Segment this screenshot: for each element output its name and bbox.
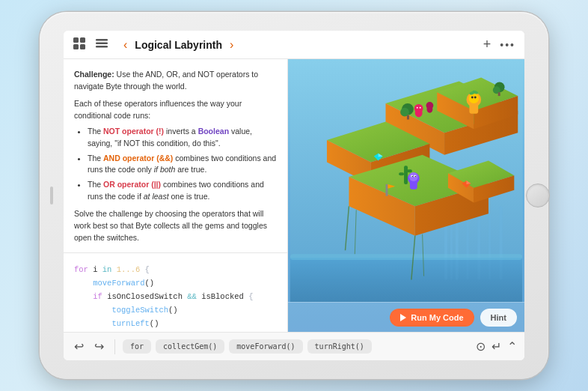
- svg-rect-41: [469, 103, 478, 114]
- game-canvas: [288, 59, 524, 302]
- svg-point-38: [412, 176, 414, 178]
- svg-point-49: [417, 107, 418, 109]
- side-button[interactable]: [50, 187, 53, 204]
- run-code-button[interactable]: Run My Code: [390, 309, 474, 327]
- svg-rect-65: [290, 258, 522, 302]
- grid-view-icon[interactable]: [73, 37, 86, 53]
- hint-button[interactable]: Hint: [480, 309, 517, 327]
- top-bar: ‹ Logical Labyrinth › + •••: [64, 31, 524, 59]
- conclusion-text: Solve the challenge by choosing the oper…: [74, 207, 277, 244]
- svg-point-44: [474, 97, 477, 99]
- bullet-not: The NOT operator (!) inverts a Boolean v…: [88, 126, 277, 150]
- code-line-2: moveForward(): [74, 277, 277, 291]
- svg-rect-5: [96, 42, 108, 44]
- svg-rect-6: [96, 46, 108, 48]
- redo-button[interactable]: ↪: [91, 338, 107, 355]
- hint-label: Hint: [491, 313, 506, 322]
- tablet: ‹ Logical Labyrinth › + ••• Challenge: U…: [40, 12, 548, 379]
- svg-point-52: [426, 106, 432, 113]
- svg-rect-31: [399, 172, 404, 175]
- block-move-forward[interactable]: moveForward(): [229, 339, 302, 354]
- svg-rect-34: [410, 181, 417, 190]
- keyword-or: OR operator (||): [103, 180, 161, 189]
- top-bar-left: ‹ Logical Labyrinth ›: [73, 37, 233, 53]
- game-bottom-bar: Run My Code Hint: [288, 302, 524, 332]
- svg-rect-0: [73, 37, 79, 43]
- main-content: Challenge: Use the AND, OR, and NOT oper…: [64, 59, 524, 332]
- svg-rect-32: [407, 169, 412, 172]
- top-bar-right: + •••: [483, 37, 515, 52]
- page-title: Logical Labyrinth: [135, 39, 222, 51]
- bullet-and: The AND operator (&&) combines two condi…: [88, 153, 277, 177]
- accessibility-icon[interactable]: ⊙: [476, 339, 486, 354]
- code-line-1: for i in 1...6 {: [74, 264, 277, 277]
- block-turn-right[interactable]: turnRight(): [307, 339, 372, 354]
- more-button[interactable]: •••: [500, 39, 515, 51]
- svg-point-43: [471, 97, 474, 99]
- game-world-svg: [288, 59, 524, 302]
- instructions-panel: Challenge: Use the AND, OR, and NOT oper…: [64, 59, 287, 249]
- svg-point-39: [414, 176, 416, 178]
- divider: [64, 252, 287, 253]
- svg-rect-1: [80, 37, 85, 43]
- challenge-label: Challenge:: [74, 70, 114, 79]
- svg-rect-64: [498, 92, 500, 96]
- block-for[interactable]: for: [123, 339, 151, 354]
- return-icon[interactable]: ↵: [491, 339, 501, 354]
- keyword-and: AND operator (&&): [103, 154, 173, 163]
- code-line-5: turnLeft(): [74, 318, 277, 331]
- keyword-not: NOT operator (!): [103, 127, 164, 136]
- bullet-list: The NOT operator (!) inverts a Boolean v…: [82, 126, 277, 203]
- play-icon: [400, 314, 406, 321]
- toolbar-right: ⊙ ↵ ⌃: [476, 339, 517, 354]
- svg-point-50: [420, 107, 421, 109]
- bottom-toolbar: ↩ ↪ for collectGem() moveForward() turnR…: [64, 332, 524, 360]
- svg-rect-3: [80, 44, 85, 49]
- add-button[interactable]: +: [483, 37, 491, 52]
- svg-rect-30: [404, 166, 408, 184]
- nav-controls: ‹ Logical Labyrinth ›: [123, 38, 233, 52]
- left-panel: Challenge: Use the AND, OR, and NOT oper…: [64, 59, 288, 332]
- screen: ‹ Logical Labyrinth › + ••• Challenge: U…: [64, 31, 524, 360]
- svg-point-48: [415, 109, 423, 118]
- toolbar-separator: [114, 339, 115, 354]
- block-collect-gem[interactable]: collectGem(): [156, 339, 224, 354]
- list-view-icon[interactable]: [95, 38, 108, 52]
- code-line-4: toggleSwitch(): [74, 304, 277, 318]
- svg-rect-57: [386, 184, 388, 196]
- svg-rect-66: [290, 254, 522, 260]
- keyword-boolean: Boolean: [198, 127, 229, 136]
- svg-rect-61: [407, 115, 409, 120]
- svg-rect-2: [73, 44, 79, 49]
- home-button[interactable]: [526, 184, 550, 207]
- code-line-3: if isOnClosedSwitch && isBlocked {: [74, 291, 277, 304]
- bullet-or: The OR operator (||) combines two condit…: [88, 179, 277, 203]
- expand-icon[interactable]: ⌃: [507, 339, 517, 354]
- intro-text: Each of these operators influences the w…: [74, 97, 277, 122]
- run-code-label: Run My Code: [411, 313, 463, 322]
- nav-back-arrow[interactable]: ‹: [123, 38, 127, 52]
- svg-point-35: [409, 172, 418, 181]
- code-editor[interactable]: for i in 1...6 { moveForward() if isOnCl…: [64, 256, 287, 332]
- nav-forward-arrow[interactable]: ›: [230, 38, 233, 52]
- game-panel: Run My Code Hint: [288, 59, 524, 332]
- challenge-intro: Challenge: Use the AND, OR, and NOT oper…: [74, 68, 277, 93]
- svg-rect-4: [96, 39, 108, 41]
- undo-button[interactable]: ↩: [71, 338, 87, 355]
